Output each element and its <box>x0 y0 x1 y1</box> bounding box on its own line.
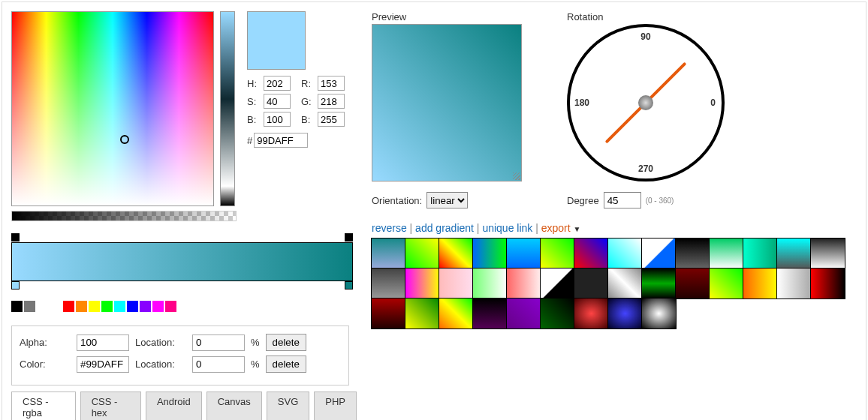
preset-swatch[interactable] <box>473 238 507 268</box>
color-value-input[interactable] <box>77 356 129 373</box>
tab-android[interactable]: Android <box>146 392 202 420</box>
dial-180: 180 <box>574 98 589 108</box>
alpha-stop-end[interactable] <box>345 233 353 242</box>
preview-label: Preview <box>372 11 522 22</box>
saturation-value-area[interactable] <box>11 11 214 206</box>
add-gradient-link[interactable]: add gradient <box>415 222 474 234</box>
alpha-loc-input[interactable] <box>192 334 245 351</box>
gradient-bar[interactable] <box>11 242 353 281</box>
delete-alpha-button[interactable]: delete <box>266 334 306 351</box>
hue-slider[interactable] <box>220 11 235 206</box>
preset-swatch[interactable] <box>372 238 405 268</box>
preset-swatch[interactable] <box>507 238 541 268</box>
color-label: Color: <box>20 358 71 370</box>
tab-svg[interactable]: SVG <box>267 392 309 420</box>
preset-swatch[interactable] <box>777 268 811 298</box>
palette-swatch[interactable] <box>89 301 100 312</box>
s-input[interactable] <box>264 94 291 109</box>
palette-swatch[interactable] <box>114 301 125 312</box>
preset-swatch[interactable] <box>574 268 608 298</box>
color-stop-start[interactable] <box>11 281 20 290</box>
preset-swatch[interactable] <box>642 238 676 268</box>
alpha-stop-start[interactable] <box>11 233 20 242</box>
delete-color-button[interactable]: delete <box>266 356 306 373</box>
r-label: R: <box>301 78 315 89</box>
preset-swatch[interactable] <box>405 268 439 298</box>
preset-swatch[interactable] <box>710 268 743 298</box>
palette-swatch[interactable] <box>127 301 138 312</box>
preset-swatch[interactable] <box>574 238 608 268</box>
tab-css-rgba[interactable]: CSS - rgba <box>11 392 76 420</box>
preset-swatch[interactable] <box>574 298 608 328</box>
palette-swatch[interactable] <box>76 301 87 312</box>
color-stop-end[interactable] <box>345 281 353 290</box>
alpha-loc-label: Location: <box>135 337 186 348</box>
h-label: H: <box>247 78 261 89</box>
preset-swatch[interactable] <box>372 268 405 298</box>
palette-swatch[interactable] <box>101 301 113 312</box>
r-input[interactable] <box>318 76 345 91</box>
preset-swatch[interactable] <box>777 238 811 268</box>
preset-swatch[interactable] <box>676 268 710 298</box>
preset-swatch[interactable] <box>473 268 507 298</box>
hex-input[interactable] <box>254 133 308 148</box>
palette-swatch[interactable] <box>165 301 176 312</box>
unique-link[interactable]: unique link <box>482 222 532 234</box>
preset-swatch[interactable] <box>676 238 710 268</box>
preset-swatch[interactable] <box>473 298 507 328</box>
hash-label: # <box>247 135 252 146</box>
rotation-dial[interactable]: 0 90 180 270 <box>567 24 725 182</box>
palette-row <box>11 301 357 312</box>
preset-swatch[interactable] <box>608 298 642 328</box>
preset-swatch[interactable] <box>507 298 541 328</box>
pct-label-2: % <box>251 358 260 370</box>
degree-label: Degree <box>567 195 599 206</box>
bl-input[interactable] <box>318 112 345 127</box>
preset-swatch[interactable] <box>811 238 845 268</box>
export-link[interactable]: export <box>541 222 571 234</box>
tab-canvas[interactable]: Canvas <box>206 392 262 420</box>
rotation-label: Rotation <box>567 11 725 22</box>
palette-swatch[interactable] <box>63 301 74 312</box>
preset-swatch[interactable] <box>642 268 676 298</box>
color-loc-input[interactable] <box>192 356 245 373</box>
tab-css-hex[interactable]: CSS - hex <box>80 392 141 420</box>
preset-swatch[interactable] <box>541 238 574 268</box>
dial-hub-icon <box>638 95 653 110</box>
tab-php[interactable]: PHP <box>314 392 357 420</box>
preset-swatch[interactable] <box>743 268 777 298</box>
sv-cursor-icon <box>120 135 129 144</box>
bl-label: B: <box>301 114 315 125</box>
preset-swatch[interactable] <box>811 268 845 298</box>
degree-input[interactable] <box>604 192 641 208</box>
preset-swatch[interactable] <box>541 268 574 298</box>
current-color-swatch <box>247 11 306 70</box>
preset-swatch[interactable] <box>372 298 405 328</box>
palette-swatch[interactable] <box>24 301 35 312</box>
preset-swatch[interactable] <box>608 238 642 268</box>
orientation-select[interactable]: linear <box>426 192 468 208</box>
g-input[interactable] <box>318 94 345 109</box>
preset-swatch[interactable] <box>405 298 439 328</box>
preset-swatch[interactable] <box>507 268 541 298</box>
palette-swatch[interactable] <box>140 301 151 312</box>
palette-swatch[interactable] <box>37 301 48 312</box>
preset-swatch[interactable] <box>405 238 439 268</box>
palette-swatch[interactable] <box>152 301 164 312</box>
preset-swatch[interactable] <box>642 298 676 328</box>
b-input[interactable] <box>264 112 291 127</box>
alpha-value-input[interactable] <box>77 334 129 351</box>
palette-swatch[interactable] <box>11 301 23 312</box>
preset-swatch[interactable] <box>439 298 473 328</box>
preset-swatch[interactable] <box>439 268 473 298</box>
reverse-link[interactable]: reverse <box>372 222 407 234</box>
alpha-slider[interactable] <box>11 211 237 221</box>
h-input[interactable] <box>264 76 291 91</box>
alpha-label: Alpha: <box>20 337 71 348</box>
preset-swatch[interactable] <box>541 298 574 328</box>
preset-swatch[interactable] <box>608 268 642 298</box>
preset-swatch[interactable] <box>710 238 743 268</box>
dial-90: 90 <box>640 32 650 42</box>
preset-swatch[interactable] <box>743 238 777 268</box>
preset-swatch[interactable] <box>439 238 473 268</box>
